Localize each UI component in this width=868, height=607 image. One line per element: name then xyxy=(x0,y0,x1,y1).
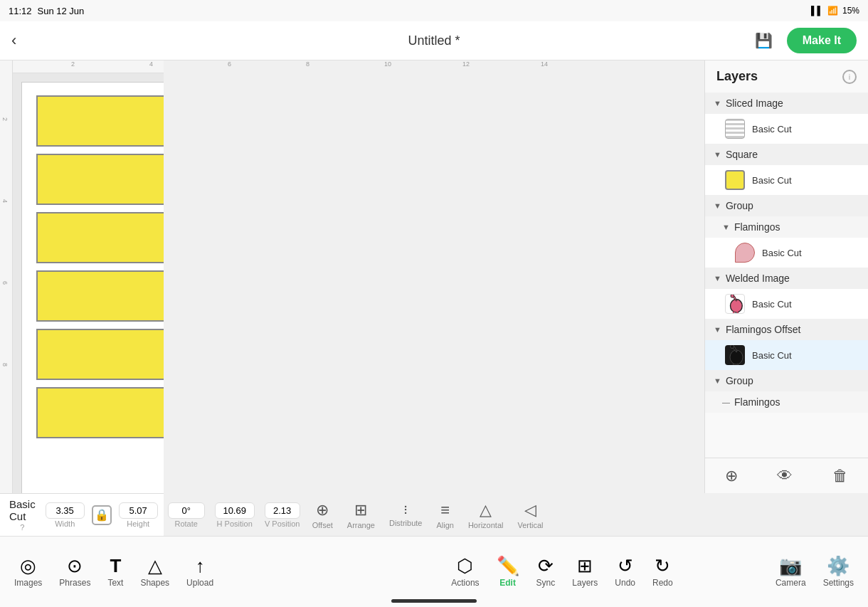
visibility-button[interactable]: 👁 xyxy=(773,463,797,490)
layer-group-square[interactable]: ▼ Square xyxy=(705,144,868,165)
layer-item-flamingos-offset-basic-cut[interactable]: Basic Cut xyxy=(705,340,868,370)
operation-name: Basic Cut xyxy=(9,498,36,522)
layer-icon-sliced xyxy=(725,119,745,139)
rotate-input[interactable] xyxy=(168,502,205,519)
rotate-field[interactable]: Rotate xyxy=(163,502,210,528)
text-icon: T xyxy=(110,556,121,575)
ruler-v-mark-6: 6 xyxy=(1,281,9,285)
ruler-mark-8: 8 xyxy=(306,60,309,68)
camera-icon: 📷 xyxy=(779,556,802,575)
layer-group-group-2[interactable]: ▼ Group xyxy=(705,370,868,391)
hposition-input[interactable] xyxy=(215,502,255,519)
layer-item-sliced-basic-cut[interactable]: Basic Cut xyxy=(705,114,868,144)
sync-tool[interactable]: ⟳ Sync xyxy=(536,556,556,588)
save-icon[interactable]: 💾 xyxy=(755,32,773,49)
yellow-rect-6[interactable] xyxy=(36,387,164,438)
vertical-button[interactable]: ◁ Vertical xyxy=(510,498,550,532)
document-title: Untitled * xyxy=(408,33,460,48)
images-label: Images xyxy=(14,578,42,588)
arrange-button[interactable]: ⊞ Arrange xyxy=(340,498,382,532)
add-layer-button[interactable]: ⊕ xyxy=(721,463,742,490)
edit-label: Edit xyxy=(499,578,516,588)
layer-group-flamingos-1[interactable]: ▼ Flamingos xyxy=(705,216,868,238)
layer-group-welded-image[interactable]: ▼ Welded Image xyxy=(705,268,868,289)
info-icon[interactable]: i xyxy=(842,70,857,84)
date-display: Sun 12 Jun xyxy=(38,6,85,16)
layer-icon-flamingo-small xyxy=(725,294,745,314)
operation-name-field: Basic Cut ? xyxy=(4,498,41,532)
home-bar xyxy=(391,599,477,603)
settings-icon: ⚙️ xyxy=(827,556,850,575)
time-display: 11:12 xyxy=(9,6,32,16)
width-input[interactable] xyxy=(46,502,85,519)
vposition-field[interactable]: V Position xyxy=(260,502,305,528)
redo-label: Redo xyxy=(652,578,673,588)
hposition-field[interactable]: H Position xyxy=(210,502,260,528)
layer-group-sliced-image[interactable]: ▼ Sliced Image xyxy=(705,93,868,114)
yellow-rect-1[interactable] xyxy=(36,95,164,147)
layers-tool[interactable]: ⊞ Layers xyxy=(572,556,598,588)
horizontal-icon: △ xyxy=(480,501,492,519)
operation-label: ? xyxy=(20,523,24,532)
layer-icon-yellow xyxy=(725,170,745,190)
make-it-button[interactable]: Make It xyxy=(787,28,857,53)
text-tool[interactable]: T Text xyxy=(107,556,123,588)
redo-icon: ↻ xyxy=(655,556,670,575)
yellow-rect-5[interactable] xyxy=(36,329,164,380)
yellow-rect-3[interactable] xyxy=(36,212,164,263)
height-field[interactable]: Height xyxy=(114,502,163,528)
height-input[interactable] xyxy=(119,502,158,519)
operation-bar: Basic Cut ? Width 🔒 Height Rotate H Posi… xyxy=(0,493,164,536)
layers-label: Layers xyxy=(572,578,598,588)
settings-tool[interactable]: ⚙️ Settings xyxy=(823,556,854,588)
ruler-mark-6: 6 xyxy=(228,60,231,68)
svg-line-25 xyxy=(737,364,739,365)
bottom-toolbar: ◎ Images ⊙ Phrases T Text △ Shapes ↑ Upl… xyxy=(0,536,868,607)
layer-icon-flamingo-black xyxy=(725,345,745,365)
top-toolbar: ‹ Untitled * 💾 Make It xyxy=(0,21,868,60)
ruler-mark-12: 12 xyxy=(462,60,470,68)
back-button[interactable]: ‹ xyxy=(11,31,16,50)
width-field[interactable]: Width xyxy=(41,502,90,528)
bottom-center-tools: ⬡ Actions ✏️ Edit ⟳ Sync ⊞ Layers ↺ Undo… xyxy=(356,556,768,588)
actions-icon: ⬡ xyxy=(457,556,473,575)
lock-aspect-icon[interactable]: 🔒 xyxy=(92,505,112,525)
undo-tool[interactable]: ↺ Undo xyxy=(615,556,635,588)
layer-group-flamingos-2[interactable]: — Flamingos xyxy=(705,391,868,413)
redo-tool[interactable]: ↻ Redo xyxy=(652,556,673,588)
width-label: Width xyxy=(55,519,75,528)
text-label: Text xyxy=(107,578,123,588)
delete-layer-button[interactable]: 🗑 xyxy=(828,463,852,490)
layer-icon-pink-wing xyxy=(735,243,755,263)
layer-item-welded-basic-cut[interactable]: Basic Cut xyxy=(705,289,868,319)
layer-group-flamingos-offset[interactable]: ▼ Flamingos Offset xyxy=(705,319,868,340)
horizontal-button[interactable]: △ Horizontal xyxy=(461,498,511,532)
shapes-tool[interactable]: △ Shapes xyxy=(140,556,169,588)
vposition-input[interactable] xyxy=(265,502,300,519)
actions-label: Actions xyxy=(451,578,479,588)
align-button[interactable]: ≡ Align xyxy=(429,498,460,532)
shapes-label: Shapes xyxy=(140,578,169,588)
undo-icon: ↺ xyxy=(618,556,633,575)
status-left: 11:12 Sun 12 Jun xyxy=(9,6,84,16)
sync-label: Sync xyxy=(536,578,556,588)
phrases-tool[interactable]: ⊙ Phrases xyxy=(59,556,90,588)
upload-tool[interactable]: ↑ Upload xyxy=(186,556,213,588)
offset-button[interactable]: ⊕ Offset xyxy=(305,498,340,532)
upload-icon: ↑ xyxy=(196,556,205,575)
layer-group-group-1[interactable]: ▼ Group xyxy=(705,195,868,216)
align-icon: ≡ xyxy=(440,501,450,519)
camera-tool[interactable]: 📷 Camera xyxy=(776,556,806,588)
images-tool[interactable]: ◎ Images xyxy=(14,556,42,588)
canvas-area[interactable]: 2 4 6 8 xyxy=(0,60,164,493)
layer-item-square-basic-cut[interactable]: Basic Cut xyxy=(705,165,868,195)
ruler-vertical: 2 4 6 8 xyxy=(0,60,13,493)
edit-tool[interactable]: ✏️ Edit xyxy=(497,556,519,588)
yellow-rect-2[interactable] xyxy=(36,154,164,205)
distribute-button[interactable]: ⫶ Distribute xyxy=(382,500,429,530)
actions-tool[interactable]: ⬡ Actions xyxy=(451,556,479,588)
svg-point-23 xyxy=(731,345,734,349)
yellow-rect-4[interactable] xyxy=(36,270,164,322)
layer-item-flamingos-basic-cut-1[interactable]: Basic Cut xyxy=(705,238,868,268)
ruler-v-mark-8: 8 xyxy=(1,363,9,366)
